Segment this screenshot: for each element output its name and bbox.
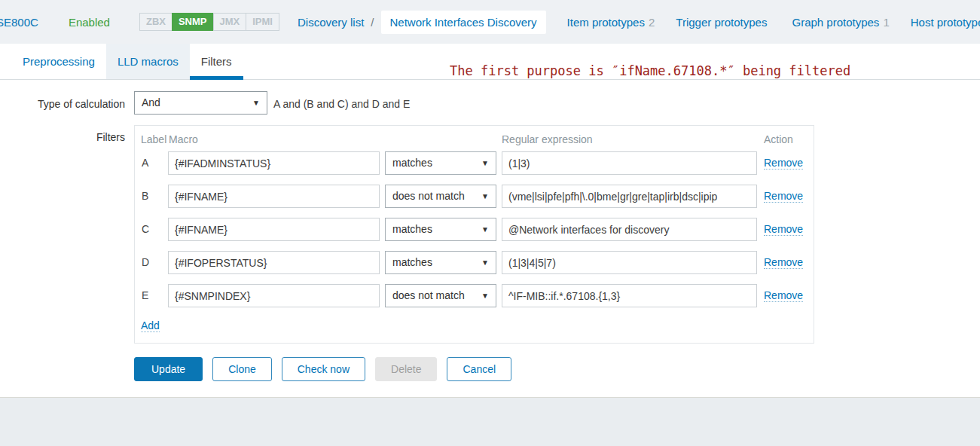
regex-input-a[interactable] xyxy=(502,151,757,175)
badge-snmp: SNMP xyxy=(172,13,214,31)
graph-prototypes-count: 1 xyxy=(883,16,889,29)
regex-input-c[interactable] xyxy=(502,218,757,241)
nav-item-prototypes-label: Item prototypes xyxy=(567,16,645,29)
chevron-down-icon: ▼ xyxy=(481,285,489,307)
macro-input-d[interactable] xyxy=(168,251,380,274)
operator-value-c: matches xyxy=(392,223,432,235)
filter-label-b: B xyxy=(142,190,148,202)
column-header-action: Action xyxy=(764,133,793,145)
badge-jmx: JMX xyxy=(213,13,247,31)
host-name-link[interactable]: SE800C xyxy=(0,16,38,29)
annotation-text: The first purpose is ″ifName.67108.*″ be… xyxy=(450,63,850,78)
chevron-down-icon: ▼ xyxy=(481,252,489,273)
type-of-calculation-label: Type of calculation xyxy=(0,98,125,110)
tab-lld-macros[interactable]: LLD macros xyxy=(106,44,190,79)
item-prototypes-count: 2 xyxy=(649,16,655,29)
remove-link-d[interactable]: Remove xyxy=(764,256,803,269)
clone-button[interactable]: Clone xyxy=(212,357,272,381)
operator-value-e: does not match xyxy=(392,289,465,301)
update-button[interactable]: Update xyxy=(134,357,203,381)
operator-value-a: matches xyxy=(392,157,432,169)
breadcrumb-separator: / xyxy=(371,16,374,29)
filter-label-d: D xyxy=(142,256,149,268)
badge-zbx: ZBX xyxy=(139,13,172,31)
nav-trigger-prototypes-label: Trigger prototypes xyxy=(676,16,767,29)
check-now-button[interactable]: Check now xyxy=(282,357,365,381)
operator-select-c[interactable]: matches ▼ xyxy=(385,218,496,241)
calculation-formula: A and (B and C) and D and E xyxy=(273,98,410,110)
remove-link-b[interactable]: Remove xyxy=(764,190,803,203)
add-filter-link[interactable]: Add xyxy=(141,319,160,332)
column-header-macro: Macro xyxy=(169,133,198,145)
regex-input-e[interactable] xyxy=(502,284,757,307)
macro-input-c[interactable] xyxy=(168,218,380,241)
operator-select-d[interactable]: matches ▼ xyxy=(385,251,496,274)
regex-input-d[interactable] xyxy=(502,251,757,274)
filter-label-e: E xyxy=(142,289,148,301)
chevron-down-icon: ▼ xyxy=(481,218,489,240)
breadcrumb-discovery-list-link[interactable]: Discovery list xyxy=(298,16,364,29)
operator-value-d: matches xyxy=(392,256,432,268)
nav-trigger-prototypes-link[interactable]: Trigger prototypes xyxy=(676,16,771,29)
macro-input-a[interactable] xyxy=(168,151,380,175)
page-footer xyxy=(0,397,980,446)
macro-input-e[interactable] xyxy=(168,284,380,307)
nav-graph-prototypes-link[interactable]: Graph prototypes1 xyxy=(792,16,889,29)
operator-select-a[interactable]: matches ▼ xyxy=(385,151,496,175)
cancel-button[interactable]: Cancel xyxy=(447,357,511,381)
chevron-down-icon: ▼ xyxy=(481,185,489,207)
delete-button: Delete xyxy=(375,357,437,381)
nav-graph-prototypes-label: Graph prototypes xyxy=(792,16,879,29)
remove-link-e[interactable]: Remove xyxy=(764,289,803,302)
operator-select-e[interactable]: does not match ▼ xyxy=(385,284,496,307)
host-status-enabled[interactable]: Enabled xyxy=(69,16,110,29)
nav-host-prototypes-link[interactable]: Host prototypes xyxy=(911,16,980,29)
tab-preprocessing[interactable]: Preprocessing xyxy=(11,44,106,79)
column-header-label: Label xyxy=(141,133,166,145)
operator-value-b: does not match xyxy=(392,190,465,202)
interface-availability-badges: ZBX SNMP JMX IPMI xyxy=(140,13,279,31)
nav-host-prototypes-label: Host prototypes xyxy=(911,16,980,29)
type-of-calculation-select[interactable]: And ▼ xyxy=(134,91,267,115)
chevron-down-icon: ▼ xyxy=(252,92,260,114)
tab-filters[interactable]: Filters xyxy=(190,44,243,79)
filter-label-c: C xyxy=(142,223,149,235)
nav-item-prototypes-link[interactable]: Item prototypes2 xyxy=(567,16,655,29)
remove-link-c[interactable]: Remove xyxy=(764,223,803,236)
filter-label-a: A xyxy=(142,157,148,169)
breadcrumb-current-page: Network Interfaces Discovery xyxy=(381,11,546,34)
badge-ipmi: IPMI xyxy=(246,13,279,31)
filters-table: Label Macro Regular expression Action A … xyxy=(134,125,814,344)
host-navigation-bar: SE800C Enabled ZBX SNMP JMX IPMI Discove… xyxy=(0,0,980,44)
type-of-calculation-value: And xyxy=(142,96,160,108)
column-header-regular-expression: Regular expression xyxy=(502,133,593,145)
chevron-down-icon: ▼ xyxy=(481,152,489,174)
filters-label: Filters xyxy=(0,131,125,143)
macro-input-b[interactable] xyxy=(168,185,380,208)
form-action-buttons: Update Clone Check now Delete Cancel xyxy=(134,357,511,381)
regex-input-b[interactable] xyxy=(502,185,757,208)
remove-link-a[interactable]: Remove xyxy=(764,157,803,170)
operator-select-b[interactable]: does not match ▼ xyxy=(385,185,496,208)
